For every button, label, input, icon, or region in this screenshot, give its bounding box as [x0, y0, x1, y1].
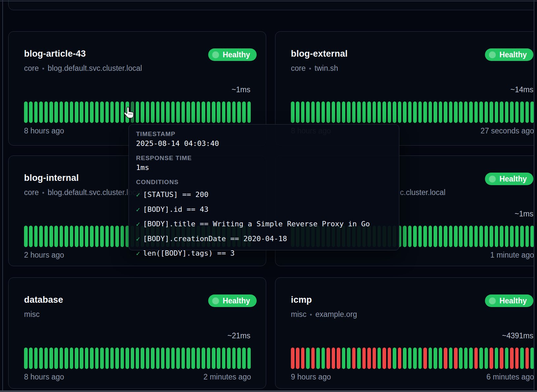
uptime-bar-up[interactable] [54, 226, 58, 247]
uptime-bar-up[interactable] [110, 101, 114, 123]
uptime-bar-up[interactable] [85, 226, 89, 247]
uptime-bar-up[interactable] [301, 101, 305, 123]
uptime-bar-up[interactable] [352, 101, 356, 123]
uptime-bar-up[interactable] [54, 348, 58, 369]
uptime-bar-up[interactable] [439, 101, 442, 123]
uptime-bar-up[interactable] [316, 101, 320, 123]
uptime-bar-up[interactable] [479, 348, 483, 369]
uptime-bar-up[interactable] [429, 348, 432, 369]
uptime-bar-up[interactable] [54, 101, 58, 123]
uptime-bar-up[interactable] [44, 226, 48, 247]
uptime-bar-up[interactable] [326, 101, 330, 123]
uptime-bar-up[interactable] [367, 101, 371, 123]
uptime-bar-up[interactable] [357, 101, 361, 123]
uptime-bar-up[interactable] [485, 348, 488, 369]
uptime-bar-up[interactable] [247, 101, 251, 123]
uptime-bar-up[interactable] [151, 348, 155, 369]
uptime-bar-up[interactable] [362, 101, 366, 123]
uptime-bar-up[interactable] [70, 348, 73, 369]
uptime-bar-up[interactable] [121, 348, 124, 369]
uptime-bar-up[interactable] [207, 101, 211, 123]
uptime-bar-up[interactable] [474, 226, 478, 247]
uptime-bar-up[interactable] [439, 226, 442, 247]
uptime-bar-up[interactable] [75, 226, 78, 247]
uptime-bar-up[interactable] [90, 101, 94, 123]
uptime-bar-up[interactable] [90, 226, 94, 247]
uptime-bar-up[interactable] [479, 101, 483, 123]
uptime-bar-up[interactable] [418, 101, 422, 123]
uptime-bar-down[interactable] [515, 348, 519, 369]
uptime-bar-up[interactable] [34, 348, 38, 369]
uptime-bar-up[interactable] [95, 226, 99, 247]
uptime-bar-up[interactable] [75, 348, 78, 369]
uptime-bar-up[interactable] [505, 348, 509, 369]
uptime-bar-up[interactable] [464, 226, 468, 247]
uptime-bar-down[interactable] [444, 348, 447, 369]
uptime-bar-up[interactable] [212, 348, 215, 369]
uptime-bar-up[interactable] [171, 348, 175, 369]
uptime-bar-up[interactable] [151, 101, 155, 123]
uptime-bar-up[interactable] [469, 348, 473, 369]
uptime-bar-up[interactable] [337, 101, 340, 123]
uptime-bar-down[interactable] [423, 348, 427, 369]
uptime-bar-up[interactable] [65, 101, 68, 123]
card-icmp[interactable]: icmp misc•example.org Healthy ~4391ms 9 … [275, 277, 534, 389]
uptime-bar-up[interactable] [530, 226, 534, 247]
uptime-bar-up[interactable] [449, 226, 453, 247]
uptime-bar-up[interactable] [60, 101, 63, 123]
uptime-bar-up[interactable] [126, 348, 129, 369]
uptime-bar-up[interactable] [479, 226, 483, 247]
uptime-bar-up[interactable] [24, 101, 28, 123]
uptime-bar-up[interactable] [171, 101, 175, 123]
uptime-bar-up[interactable] [382, 101, 386, 123]
uptime-bar-up[interactable] [136, 101, 139, 123]
uptime-bar-down[interactable] [362, 348, 366, 369]
uptime-bar-up[interactable] [403, 101, 407, 123]
uptime-bar-up[interactable] [373, 101, 376, 123]
uptime-bar-up[interactable] [495, 226, 498, 247]
uptime-bar-up[interactable] [408, 101, 412, 123]
uptime-bar-up[interactable] [115, 226, 119, 247]
uptime-bar-up[interactable] [166, 348, 170, 369]
uptime-bar-up[interactable] [515, 226, 519, 247]
uptime-bar-up[interactable] [413, 101, 417, 123]
uptime-bar-up[interactable] [212, 101, 215, 123]
uptime-bar-up[interactable] [464, 348, 468, 369]
uptime-bar-up[interactable] [500, 226, 503, 247]
uptime-bar-down[interactable] [337, 348, 340, 369]
uptime-bar-up[interactable] [316, 348, 320, 369]
uptime-bar-down[interactable] [510, 348, 514, 369]
uptime-bar-up[interactable] [90, 348, 94, 369]
uptime-bar-up[interactable] [95, 348, 99, 369]
uptime-bar-up[interactable] [176, 348, 180, 369]
uptime-bar-up[interactable] [247, 348, 251, 369]
uptime-bar-up[interactable] [182, 101, 185, 123]
uptime-bar-down[interactable] [367, 348, 371, 369]
card-partial-top[interactable] [8, 0, 534, 10]
uptime-bar-up[interactable] [434, 348, 437, 369]
uptime-bar-up[interactable] [393, 348, 396, 369]
uptime-bar-up[interactable] [485, 226, 488, 247]
uptime-bar-up[interactable] [306, 348, 310, 369]
uptime-bar-up[interactable] [105, 226, 109, 247]
uptime-bar-up[interactable] [34, 101, 38, 123]
uptime-bar-up[interactable] [227, 101, 231, 123]
uptime-bar-up[interactable] [510, 101, 514, 123]
uptime-bar-up[interactable] [444, 226, 447, 247]
uptime-bar-up[interactable] [75, 101, 78, 123]
uptime-bar-up[interactable] [65, 348, 68, 369]
uptime-bar-up[interactable] [29, 226, 33, 247]
uptime-bar-down[interactable] [490, 348, 493, 369]
uptime-bar-up[interactable] [357, 348, 361, 369]
uptime-bar-up[interactable] [222, 348, 226, 369]
uptime-bar-up[interactable] [530, 101, 534, 123]
uptime-bar-up[interactable] [459, 101, 463, 123]
uptime-bar-up[interactable] [423, 101, 427, 123]
uptime-bar-up[interactable] [80, 101, 83, 123]
uptime-bar-up[interactable] [60, 226, 63, 247]
uptime-bar-up[interactable] [95, 101, 99, 123]
uptime-bar-up[interactable] [393, 101, 396, 123]
uptime-bar-up[interactable] [495, 348, 498, 369]
uptime-bar-up[interactable] [520, 226, 524, 247]
uptime-bar-down[interactable] [398, 348, 402, 369]
